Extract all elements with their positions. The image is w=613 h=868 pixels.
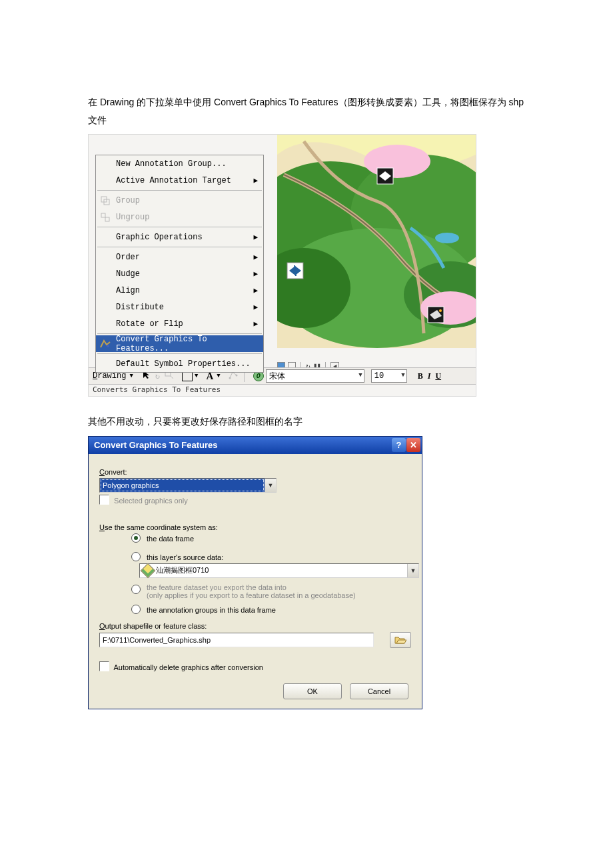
convert-label: Convert: <box>99 468 411 476</box>
convert-graphics-dialog: Convert Graphics To Features ? ✕ Convert… <box>88 436 422 709</box>
menu-separator <box>97 227 262 227</box>
submenu-arrow-icon: ▶ <box>253 176 258 185</box>
radio-layer-source[interactable]: this layer's source data: <box>131 552 411 561</box>
output-path-input[interactable]: F:\0711\Converted_Graphics.shp <box>99 633 374 647</box>
menu-active-annotation-target[interactable]: Active Annotation Target ▶ <box>96 172 263 189</box>
ok-button[interactable]: OK <box>283 683 342 699</box>
layer-polygon-icon <box>141 563 156 578</box>
radio-on-icon <box>131 533 141 543</box>
dropdown-arrow-icon[interactable]: ▼ <box>217 373 220 379</box>
svg-point-4 <box>107 345 109 347</box>
underline-button[interactable]: U <box>434 371 442 382</box>
menu-rotate-or-flip[interactable]: Rotate or Flip ▶ <box>96 315 263 332</box>
dropdown-arrow-icon: ▼ <box>407 564 418 577</box>
radio-data-frame[interactable]: the data frame <box>131 533 411 543</box>
menu-ungroup: Ungroup <box>96 209 263 225</box>
output-label: Output shapefile or feature class: <box>99 622 411 630</box>
layer-value: 汕潮揭图框0710 <box>156 565 209 575</box>
italic-button[interactable]: I <box>426 371 432 382</box>
font-name-value: 宋体 <box>269 371 285 382</box>
checkbox-icon <box>99 495 109 505</box>
font-size-value: 10 <box>374 371 384 381</box>
dialog-title-text: Convert Graphics To Features <box>94 440 217 450</box>
convert-graphics-icon <box>99 339 112 349</box>
selected-graphics-only-checkbox: Selected graphics only <box>99 495 411 505</box>
folder-open-icon <box>394 635 406 645</box>
submenu-arrow-icon: ▶ <box>253 319 258 328</box>
help-button[interactable]: ? <box>392 438 406 452</box>
svg-point-11 <box>364 145 430 178</box>
checkbox-icon <box>99 661 109 671</box>
drawing-context-menu: New Annotation Group... Active Annotatio… <box>95 155 264 373</box>
radio-off-icon <box>131 585 141 594</box>
browse-button[interactable] <box>390 632 411 648</box>
dropdown-arrow-icon: ▼ <box>265 479 276 492</box>
dropdown-arrow-icon: ▼ <box>358 372 362 379</box>
font-name-select[interactable]: 宋体 ▼ <box>266 369 364 383</box>
cancel-button[interactable]: Cancel <box>350 683 408 699</box>
menu-nudge[interactable]: Nudge ▶ <box>96 265 263 282</box>
status-bar: Converts Graphics To Features <box>89 384 476 396</box>
svg-point-17 <box>435 233 459 243</box>
menu-convert-graphics-to-features[interactable]: Convert Graphics To Features... <box>96 335 263 352</box>
menu-group: Group <box>96 192 263 209</box>
svg-rect-2 <box>101 213 105 217</box>
svg-point-16 <box>439 309 442 312</box>
feature-dataset-note: (only applies if you export to a feature… <box>147 591 356 599</box>
submenu-arrow-icon: ▶ <box>253 286 258 295</box>
menu-new-annotation-group[interactable]: New Annotation Group... <box>96 155 263 172</box>
radio-off-icon <box>131 605 141 614</box>
svg-rect-3 <box>105 217 109 221</box>
radio-feature-dataset: the feature dataset you export the data … <box>131 583 411 599</box>
radio-annotation-groups[interactable]: the annotation groups in this data frame <box>131 605 411 614</box>
menu-distribute[interactable]: Distribute ▶ <box>96 299 263 315</box>
dropdown-arrow-icon: ▼ <box>401 372 404 379</box>
convert-type-select[interactable]: Polygon graphics ▼ <box>99 478 277 493</box>
convert-type-value: Polygon graphics <box>100 479 265 492</box>
paragraph-2: 其他不用改动，只要将更改好保存路径和图框的名字 <box>88 413 525 431</box>
menu-order[interactable]: Order ▶ <box>96 249 263 265</box>
menu-separator <box>97 190 262 191</box>
svg-point-19 <box>229 377 231 379</box>
menu-align[interactable]: Align ▶ <box>96 282 263 299</box>
dropdown-arrow-icon[interactable]: ▼ <box>129 373 133 379</box>
coord-system-label: Use the same coordinate system as: <box>99 523 411 531</box>
menu-separator <box>97 247 262 247</box>
submenu-arrow-icon: ▶ <box>253 233 258 241</box>
submenu-arrow-icon: ▶ <box>253 269 258 278</box>
output-path-value: F:\0711\Converted_Graphics.shp <box>103 636 211 644</box>
auto-delete-checkbox[interactable]: Automatically delete graphics after conv… <box>99 661 411 671</box>
layer-select[interactable]: 汕潮揭图框0710 ▼ <box>139 563 419 578</box>
ungroup-icon <box>99 213 112 222</box>
map-canvas <box>277 135 476 348</box>
menu-separator <box>97 353 262 354</box>
paragraph-1: 在 Drawing 的下拉菜单中使用 Convert Graphics To F… <box>88 93 525 129</box>
close-button[interactable]: ✕ <box>406 438 420 452</box>
font-size-select[interactable]: 10 ▼ <box>371 369 407 383</box>
group-icon <box>99 196 112 205</box>
menu-graphic-operations[interactable]: Graphic Operations ▶ <box>96 229 263 245</box>
submenu-arrow-icon: ▶ <box>253 303 258 311</box>
dropdown-arrow-icon[interactable]: ▼ <box>195 373 198 379</box>
bold-button[interactable]: B <box>416 371 424 382</box>
radio-off-icon <box>131 552 141 561</box>
dialog-titlebar: Convert Graphics To Features ? ✕ <box>89 437 422 454</box>
svg-point-21 <box>235 375 237 377</box>
menu-default-symbol-properties[interactable]: Default Symbol Properties... <box>96 355 263 372</box>
submenu-arrow-icon: ▶ <box>253 253 258 261</box>
screenshot-drawing-menu: New Annotation Group... Active Annotatio… <box>88 134 476 397</box>
